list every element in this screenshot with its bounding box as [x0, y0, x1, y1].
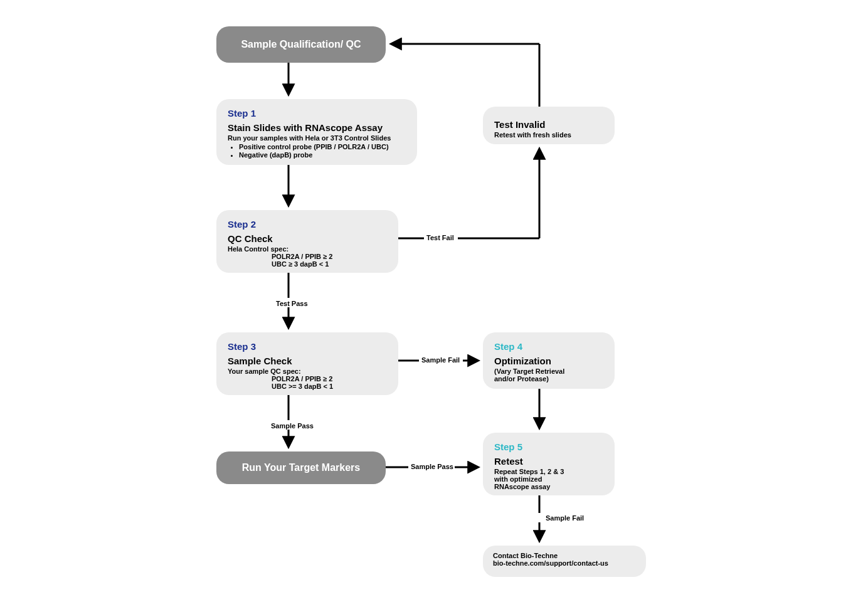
node-contact: Contact Bio-Techne bio-techne.com/suppor…: [483, 546, 646, 577]
step5-label: Step 5: [494, 441, 603, 452]
node-step2: Step 2 QC Check Hela Control spec: POLR2…: [216, 210, 398, 273]
invalid-sub: Retest with fresh slides: [494, 131, 603, 139]
node-step1: Step 1 Stain Slides with RNAscope Assay …: [216, 99, 417, 165]
flow-arrows: [0, 0, 868, 602]
step4-label: Step 4: [494, 341, 603, 352]
step1-bullets: Positive control probe (PPIB / POLR2A / …: [228, 143, 406, 159]
step5-sub3: RNAscope assay: [494, 483, 603, 490]
label-sample-pass-2: Sample Pass: [411, 463, 453, 470]
label-sample-fail: Sample Fail: [421, 356, 460, 364]
step2-spec1: POLR2A / PPIB ≥ 2: [228, 253, 387, 260]
step1-label: Step 1: [228, 108, 406, 119]
step2-title: QC Check: [228, 233, 387, 244]
step2-label: Step 2: [228, 219, 387, 230]
node-start-title: Sample Qualification/ QC: [241, 39, 361, 50]
node-step5: Step 5 Retest Repeat Steps 1, 2 & 3 with…: [483, 433, 615, 495]
label-sample-fail-2: Sample Fail: [546, 514, 584, 522]
label-test-pass: Test Pass: [276, 300, 308, 307]
invalid-title: Test Invalid: [494, 119, 603, 130]
step4-sub1: (Vary Target Retrieval: [494, 367, 603, 375]
step5-title: Retest: [494, 456, 603, 467]
label-sample-pass: Sample Pass: [271, 422, 314, 430]
step3-sub: Your sample QC spec:: [228, 367, 387, 375]
contact-line2: bio-techne.com/support/contact-us: [493, 559, 636, 567]
label-test-fail: Test Fail: [426, 234, 454, 241]
step1-bullet-2: Negative (dapB) probe: [239, 151, 406, 159]
node-step4: Step 4 Optimization (Vary Target Retriev…: [483, 332, 615, 389]
step3-spec2: UBC >= 3 dapB < 1: [228, 383, 387, 390]
step3-spec1: POLR2A / PPIB ≥ 2: [228, 375, 387, 383]
step2-spec2: UBC ≥ 3 dapB < 1: [228, 260, 387, 268]
step1-bullet-1: Positive control probe (PPIB / POLR2A / …: [239, 143, 406, 150]
node-step3: Step 3 Sample Check Your sample QC spec:…: [216, 332, 398, 395]
step3-title: Sample Check: [228, 356, 387, 366]
step5-sub1: Repeat Steps 1, 2 & 3: [494, 468, 603, 475]
contact-line1: Contact Bio-Techne: [493, 552, 636, 559]
step1-sub: Run your samples with Hela or 3T3 Contro…: [228, 134, 406, 142]
step1-title: Stain Slides with RNAscope Assay: [228, 122, 406, 133]
step5-sub2: with optimized: [494, 475, 603, 483]
step4-sub2: and/or Protease): [494, 375, 603, 383]
step3-label: Step 3: [228, 341, 387, 352]
node-test-invalid: Test Invalid Retest with fresh slides: [483, 107, 615, 144]
step2-sub: Hela Control spec:: [228, 245, 387, 253]
node-sample-qualification: Sample Qualification/ QC: [216, 26, 386, 63]
run-target-title: Run Your Target Markers: [242, 462, 361, 473]
node-run-target: Run Your Target Markers: [216, 452, 386, 484]
step4-title: Optimization: [494, 356, 603, 366]
